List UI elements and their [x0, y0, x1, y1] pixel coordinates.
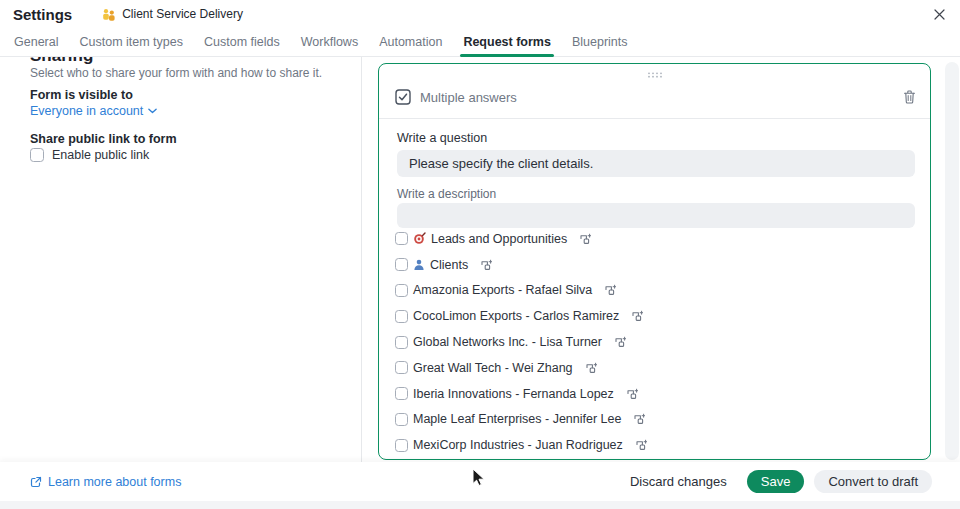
option-row-leads: Leads and Opportunities [395, 226, 915, 252]
enable-public-link-checkbox[interactable] [30, 148, 44, 162]
convert-to-draft-button[interactable]: Convert to draft [814, 470, 932, 493]
tab-request-forms[interactable]: Request forms [463, 28, 551, 56]
option-checkbox[interactable] [395, 310, 408, 323]
option-checkbox[interactable] [395, 284, 408, 297]
page-title: Settings [13, 6, 72, 23]
description-label: Write a description [397, 187, 496, 201]
window-header: Settings Client Service Delivery [0, 0, 960, 28]
visibility-dropdown[interactable]: Everyone in account [30, 104, 157, 118]
add-subitem-icon[interactable] [614, 336, 626, 348]
option-row: Maple Leaf Enterprises - Jennifer Lee [395, 407, 915, 433]
enable-public-link-text: Enable public link [52, 148, 149, 162]
option-row: Great Wall Tech - Wei Zhang [395, 355, 915, 381]
option-row: Amazonia Exports - Rafael Silva [395, 278, 915, 304]
option-row: Iberia Innovations - Fernanda Lopez [395, 381, 915, 407]
question-label: Write a question [397, 131, 487, 145]
option-checkbox[interactable] [395, 361, 408, 374]
option-row: Global Networks Inc. - Lisa Turner [395, 329, 915, 355]
close-icon[interactable] [930, 5, 948, 23]
settings-tab-bar: General Custom item types Custom fields … [0, 28, 960, 57]
learn-more-label: Learn more about forms [48, 475, 181, 489]
add-subitem-icon[interactable] [633, 413, 645, 425]
option-row-clients: Clients [395, 252, 915, 278]
clipped-section-heading: Sharing [30, 57, 93, 66]
question-type-label: Multiple answers [420, 90, 903, 105]
drag-handle-icon[interactable] [647, 72, 663, 78]
discard-changes-button[interactable]: Discard changes [628, 470, 729, 493]
tab-workflows[interactable]: Workflows [301, 28, 358, 56]
card-header-divider [379, 118, 930, 119]
option-label: CocoLimon Exports - Carlos Ramirez [413, 309, 619, 323]
question-card[interactable]: Multiple answers Write a question Please… [378, 63, 931, 460]
enable-public-link-row: Enable public link [30, 148, 149, 162]
bottom-edge-strip [0, 501, 960, 509]
target-icon [413, 232, 426, 245]
space-avatar-icon [102, 8, 116, 21]
footer-bar: Learn more about forms Discard changes S… [0, 462, 960, 501]
chevron-down-icon [148, 108, 157, 114]
add-subitem-icon[interactable] [631, 310, 643, 322]
footer-actions: Discard changes Save Convert to draft [628, 470, 932, 493]
tab-automation[interactable]: Automation [379, 28, 442, 56]
question-card-header: Multiple answers [395, 86, 916, 108]
option-row: CocoLimon Exports - Carlos Ramirez [395, 303, 915, 329]
public-link-label: Share public link to form [30, 132, 177, 146]
multiple-answers-icon [395, 89, 411, 105]
option-label: MexiCorp Industries - Juan Rodriguez [413, 438, 623, 452]
sharing-panel: Sharing Select who to share your form wi… [0, 57, 362, 462]
tab-general[interactable]: General [14, 28, 58, 56]
add-subitem-icon[interactable] [579, 233, 591, 245]
question-input[interactable]: Please specify the client details. [397, 150, 915, 177]
form-scrollbar[interactable] [945, 62, 959, 460]
option-label: Global Networks Inc. - Lisa Turner [413, 335, 602, 349]
option-label: Great Wall Tech - Wei Zhang [413, 361, 573, 375]
tab-blueprints[interactable]: Blueprints [572, 28, 628, 56]
save-button[interactable]: Save [747, 470, 805, 493]
add-subitem-icon[interactable] [626, 388, 638, 400]
learn-more-link[interactable]: Learn more about forms [30, 475, 181, 489]
tab-custom-fields[interactable]: Custom fields [204, 28, 280, 56]
option-label: Leads and Opportunities [431, 232, 567, 246]
option-row: MexiCorp Industries - Juan Rodriguez [395, 432, 915, 458]
option-checkbox[interactable] [395, 232, 408, 245]
person-icon [413, 259, 425, 271]
trash-icon[interactable] [903, 90, 916, 104]
option-checkbox[interactable] [395, 387, 408, 400]
add-subitem-icon[interactable] [585, 362, 597, 374]
add-subitem-icon[interactable] [480, 259, 492, 271]
content-area: Sharing Select who to share your form wi… [0, 57, 960, 462]
option-checkbox[interactable] [395, 258, 408, 271]
space-name: Client Service Delivery [122, 7, 243, 21]
space-chip: Client Service Delivery [102, 7, 243, 21]
option-label: Iberia Innovations - Fernanda Lopez [413, 387, 614, 401]
settings-window: Settings Client Service Delivery General… [0, 0, 960, 509]
answer-options-list: Leads and Opportunities Clients Amazonia… [395, 226, 915, 458]
external-link-icon [30, 476, 42, 488]
option-checkbox[interactable] [395, 413, 408, 426]
add-subitem-icon[interactable] [604, 284, 616, 296]
option-checkbox[interactable] [395, 336, 408, 349]
sharing-description: Select who to share your form with and h… [30, 66, 322, 80]
add-subitem-icon[interactable] [635, 439, 647, 451]
visibility-label: Form is visible to [30, 88, 133, 102]
option-checkbox[interactable] [395, 439, 408, 452]
option-label: Amazonia Exports - Rafael Silva [413, 283, 592, 297]
description-input[interactable] [397, 203, 915, 228]
tab-custom-item-types[interactable]: Custom item types [79, 28, 183, 56]
option-label: Maple Leaf Enterprises - Jennifer Lee [413, 412, 621, 426]
option-label: Clients [430, 258, 468, 272]
